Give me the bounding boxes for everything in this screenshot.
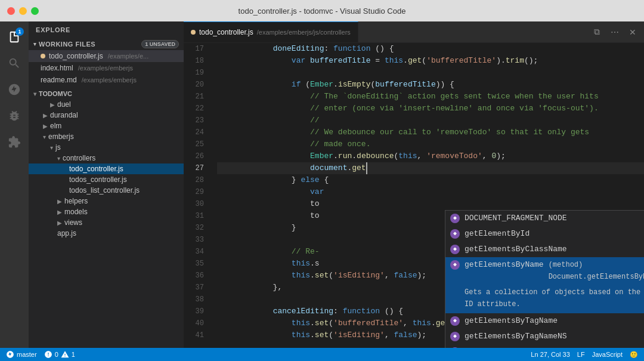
git-status[interactable]: master — [6, 350, 37, 359]
ac-name-4: getElementsByTagName — [465, 315, 644, 327]
search-activity-icon[interactable] — [4, 53, 25, 74]
cursor-text: Ln 27, Col 33 — [531, 351, 569, 358]
file-item-index[interactable]: index.html /examples/emberjs — [29, 62, 184, 74]
tree-item-label: models — [64, 208, 88, 216]
ac-item-2[interactable]: ◆ getElementsByClassName — [445, 242, 644, 257]
tree-item-emberjs[interactable]: ▾ emberjs — [29, 131, 184, 142]
working-files-header[interactable]: ▾ WORKING FILES 1 UNSAVED — [29, 38, 184, 50]
tab-path: /examples/emberjs/js/controllers — [257, 29, 351, 36]
tree-item-label: duel — [57, 100, 71, 109]
todomvc-label: TODOMVC — [39, 90, 72, 97]
extensions-activity-icon[interactable] — [4, 131, 25, 153]
working-files-label: WORKING FILES — [39, 41, 139, 48]
code-line-24: // We debounce our call to 'removeTodo' … — [217, 126, 644, 138]
line-num-18: 18 — [184, 55, 208, 67]
line-numbers: 17 18 19 20 21 22 23 24 25 26 27 28 29 3… — [184, 43, 212, 348]
warning-count: 1 — [72, 351, 75, 358]
tree-item-todos-list-controller[interactable]: todos_list_controller.js — [29, 185, 184, 196]
tab-bar: todo_controller.js /examples/emberjs/js/… — [184, 21, 644, 43]
tree-item-appjs[interactable]: app.js — [29, 228, 184, 239]
ac-item-4[interactable]: ◆ getElementsByTagName — [445, 313, 644, 329]
ac-item-5[interactable]: ◆ getElementsByTagNameNS — [445, 329, 644, 344]
tree-item-views[interactable]: ▶ views — [29, 217, 184, 228]
ac-item-0[interactable]: ◆ DOCUMENT_FRAGMENT_NODE — [445, 211, 644, 226]
line-num-29: 29 — [184, 186, 208, 198]
tree-item-models[interactable]: ▶ models — [29, 206, 184, 217]
file-item-todo-controller[interactable]: todo_controller.js /examples/e... — [29, 50, 184, 62]
line-num-27: 27 — [184, 162, 208, 174]
status-right: Ln 27, Col 33 LF JavaScript 🙂 — [531, 351, 638, 359]
debug-activity-icon[interactable] — [4, 105, 25, 126]
line-num-24: 24 — [184, 126, 208, 138]
files-activity-icon[interactable]: 1 — [4, 26, 25, 48]
line-num-40: 40 — [184, 317, 208, 329]
code-content[interactable]: doneEditing: function () { var bufferedT… — [212, 43, 644, 348]
sidebar-header: EXPLORE — [29, 21, 184, 38]
code-line-19 — [217, 67, 644, 79]
minimize-button[interactable] — [19, 7, 27, 15]
ac-name-0: DOCUMENT_FRAGMENT_NODE — [465, 212, 644, 224]
tab-actions: ⧉ ⋯ ✕ — [586, 21, 644, 42]
ac-icon-2: ◆ — [450, 245, 460, 254]
tree-item-label: views — [64, 218, 82, 227]
chevron-icon: ▶ — [43, 112, 48, 119]
tree-item-todos-controller[interactable]: todos_controller.js — [29, 174, 184, 185]
window-controls — [7, 7, 39, 15]
tree-item-durandal[interactable]: ▶ durandal — [29, 110, 184, 121]
todomvc-header[interactable]: ▾ TODOMVC — [29, 88, 184, 99]
chevron-icon: ▶ — [50, 101, 55, 108]
main-layout: 1 EXPLORE ▾ WORKING FILES 1 UNSAVED todo… — [0, 21, 644, 348]
chevron-icon: ▾ — [57, 155, 60, 162]
autocomplete-dropdown[interactable]: ◆ DOCUMENT_FRAGMENT_NODE ◆ getElementByI… — [445, 210, 644, 348]
tree-item-label: durandal — [50, 111, 78, 119]
code-line-27: document.get​ — [217, 162, 644, 174]
line-num-25: 25 — [184, 138, 208, 150]
code-line-20: if (Ember.isEmpty(bufferedTitle)) { — [217, 79, 644, 91]
error-count: 0 — [55, 351, 58, 358]
tree-item-todo-controller[interactable]: todo_controller.js — [29, 163, 184, 174]
tree-item-elm[interactable]: ▶ elm — [29, 121, 184, 131]
file-path: /examples/emberjs — [78, 64, 133, 72]
active-tab[interactable]: todo_controller.js /examples/emberjs/js/… — [184, 21, 358, 42]
smiley-status[interactable]: 🙂 — [630, 351, 638, 359]
maximize-button[interactable] — [31, 7, 39, 15]
line-num-19: 19 — [184, 67, 208, 79]
ac-icon-0: ◆ — [450, 214, 460, 223]
ac-item-1[interactable]: ◆ getElementById — [445, 226, 644, 242]
tree-item-label: elm — [50, 122, 61, 130]
file-path: /examples/emberjs — [82, 76, 137, 84]
ac-item-6[interactable]: ◆ getSelection — [445, 344, 644, 348]
close-button[interactable] — [7, 7, 15, 15]
code-line-25: // made once. — [217, 138, 644, 150]
line-num-30: 30 — [184, 198, 208, 210]
git-activity-icon[interactable] — [4, 79, 25, 100]
language-mode[interactable]: JavaScript — [592, 351, 623, 358]
smiley-icon: 🙂 — [630, 351, 638, 359]
ac-name-6: getSelection — [465, 346, 644, 348]
line-num-38: 38 — [184, 294, 208, 306]
tree-item-js[interactable]: ▾ js — [29, 142, 184, 153]
errors-status[interactable]: 0 1 — [44, 350, 75, 359]
ac-item-3[interactable]: ◆ getElementsByName (method) Document.ge… — [445, 257, 644, 285]
file-name: index.html — [41, 64, 73, 72]
file-name: todo_controller.js — [49, 52, 103, 60]
line-ending[interactable]: LF — [577, 351, 585, 358]
tree-item-duel[interactable]: ▶ duel — [29, 99, 184, 110]
code-line-21: // The `doneEditing` action gets sent tw… — [217, 91, 644, 103]
code-line-17: doneEditing: function () { — [217, 43, 644, 55]
line-num-28: 28 — [184, 174, 208, 186]
tree-item-helpers[interactable]: ▶ helpers — [29, 196, 184, 206]
file-item-readme[interactable]: readme.md /examples/emberjs — [29, 74, 184, 86]
more-actions-button[interactable]: ⋯ — [608, 26, 621, 39]
tree-item-label: js — [55, 143, 61, 152]
line-num-21: 21 — [184, 91, 208, 103]
ac-name-5: getElementsByTagNameNS — [465, 331, 644, 343]
line-num-17: 17 — [184, 43, 208, 55]
close-editor-button[interactable]: ✕ — [626, 26, 639, 39]
split-editor-button[interactable]: ⧉ — [590, 26, 603, 39]
code-editor[interactable]: 17 18 19 20 21 22 23 24 25 26 27 28 29 3… — [184, 43, 644, 348]
code-line-28: } else { — [217, 174, 644, 186]
ac-name-3: getElementsByName — [465, 259, 544, 271]
cursor-position[interactable]: Ln 27, Col 33 — [531, 351, 569, 358]
tree-item-controllers[interactable]: ▾ controllers — [29, 153, 184, 163]
